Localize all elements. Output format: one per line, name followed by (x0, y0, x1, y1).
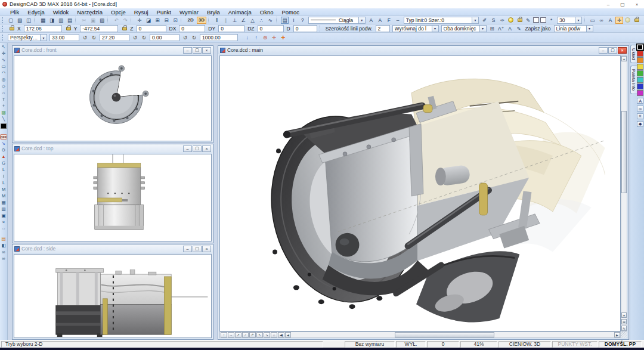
info-button[interactable]: i (290, 17, 298, 24)
shapes-icon[interactable]: ◧ (0, 242, 7, 249)
coord-field-dz[interactable]: 0 (258, 25, 284, 32)
view-rotate-1-cw[interactable]: ↻ (140, 34, 148, 41)
scroll-left-icon[interactable]: ◀ (285, 332, 291, 337)
palette-button[interactable]: ✳ (637, 113, 643, 119)
undo-icon[interactable]: ↶ (112, 17, 120, 24)
view-field-0[interactable]: 33.00 (49, 34, 79, 41)
x-lock-icon[interactable] (10, 27, 14, 30)
point-l-icon[interactable]: L (0, 166, 7, 173)
view-rotate-0-cw[interactable]: ↻ (90, 34, 98, 41)
arrow-down-button[interactable]: ↓ (243, 34, 251, 41)
move-icon[interactable]: ✛ (0, 50, 7, 57)
brush-button[interactable]: ✑ (499, 17, 506, 24)
style-s-button[interactable]: S (490, 17, 497, 24)
dropdown-arrow-icon[interactable] (472, 17, 478, 23)
glasses-button[interactable]: ∞ (597, 17, 605, 24)
cascade-windows-icon[interactable]: ⊟ (162, 17, 170, 24)
new-icon[interactable]: ▢ (7, 17, 14, 24)
dropdown-arrow-icon[interactable] (40, 35, 47, 41)
scroll-down-icon[interactable] (621, 312, 627, 318)
dropdown-arrow-icon[interactable] (586, 26, 593, 32)
font-f-button[interactable]: F (385, 17, 393, 24)
y-lock-icon[interactable] (66, 27, 71, 30)
viewport-close-button[interactable]: × (202, 246, 211, 252)
coord-field-dx[interactable]: 0 (179, 25, 205, 32)
viewport-maximize-button[interactable]: ▢ (193, 145, 202, 152)
paste-doc-icon[interactable]: ◪ (144, 17, 152, 24)
menu-edycja[interactable]: Edycja (23, 9, 49, 16)
redo-icon[interactable]: ↷ (121, 17, 129, 24)
palette-color-6[interactable] (637, 83, 643, 89)
text-a2-button[interactable]: A (506, 25, 514, 32)
menu-animacja[interactable]: Animacja (224, 9, 256, 16)
print-preview-icon[interactable]: ◨ (48, 17, 55, 24)
resize-grip[interactable] (621, 332, 627, 338)
parallel-snap-icon[interactable]: ‖ (213, 17, 221, 24)
snap-off-button[interactable]: OFF (0, 134, 7, 140)
folder-icon[interactable]: ▤ (0, 236, 7, 242)
point-l2-icon[interactable]: L (0, 179, 7, 186)
copy-icon[interactable]: ▣ (89, 17, 97, 24)
materials-button[interactable]: ◆ (637, 121, 643, 127)
zoom-icon[interactable]: ⊙ (0, 147, 7, 153)
view-rotate-1-ccw[interactable]: ↺ (131, 34, 139, 41)
line-width-field[interactable]: 2 (376, 25, 390, 32)
circle-icon[interactable]: ◎ (0, 76, 7, 83)
menu-rysuj[interactable]: Rysuj (130, 9, 153, 16)
tab-paleta-info[interactable]: Paleta Info (630, 66, 637, 94)
chain-icon[interactable]: ∞ (0, 249, 7, 255)
coord-field-y[interactable]: -472.54 (80, 25, 118, 32)
text-icon[interactable]: T (0, 96, 7, 103)
viewport-maximize-button[interactable]: ▢ (608, 47, 617, 54)
view-field-1[interactable]: 27.20 (100, 34, 129, 41)
view-upright-button[interactable]: ↗ (235, 332, 242, 337)
window-close-button[interactable]: × (630, 1, 644, 8)
menu-opcje[interactable]: Opcje (107, 9, 130, 16)
window-restore-button[interactable]: ▢ (615, 1, 630, 8)
tab-uklad[interactable]: Układ (630, 45, 637, 63)
line-style-dropdown[interactable]: Ciągła (308, 17, 366, 24)
view-prev-button[interactable]: ◀ (278, 332, 284, 337)
pan-hand-button[interactable]: ✛ (615, 17, 623, 24)
viewport-minimize-button[interactable]: – (599, 47, 608, 54)
edit-view-icon[interactable] (621, 326, 627, 331)
view-field-3[interactable]: 1000.00 (200, 34, 238, 41)
triangle-snap-icon[interactable]: △ (249, 17, 256, 24)
viewport-minimize-button[interactable]: – (183, 47, 192, 54)
fill-color-swatch[interactable] (533, 17, 539, 23)
horizontal-scroll-thumb[interactable] (395, 332, 494, 337)
view-right-button[interactable]: → (228, 332, 234, 337)
select-cursor-icon[interactable]: ↖ (0, 44, 7, 50)
link-icon[interactable]: ▣ (0, 212, 7, 219)
move-tool-icon[interactable]: ✛ (135, 17, 143, 24)
menu-narzędzia[interactable]: Narzędzia (73, 9, 107, 16)
toolbar-grip[interactable] (2, 17, 4, 23)
monitor-button[interactable]: ▭ (589, 17, 596, 24)
info-palette-button[interactable]: ▤ (281, 17, 289, 24)
view-up-button[interactable]: ↑ (221, 332, 227, 337)
palette-color-7[interactable] (637, 90, 643, 96)
dropdown-arrow-icon[interactable] (432, 26, 438, 32)
viewport-main-titlebar[interactable]: Core.dcd : main – ▢ × (218, 46, 628, 54)
mode-3d-button[interactable]: 3D (197, 17, 206, 24)
menu-widok[interactable]: Widok (49, 9, 73, 16)
print-icon[interactable]: ▦ (39, 17, 47, 24)
chain2-icon[interactable]: ∞ (0, 255, 7, 262)
palette-color-2[interactable] (637, 57, 643, 63)
viewport-top-canvas[interactable] (14, 154, 212, 241)
menu-okno[interactable]: Okno (256, 9, 278, 16)
scroll-up-icon[interactable] (621, 56, 627, 61)
view-upleft-button[interactable]: ↖ (256, 332, 263, 337)
lock2-icon[interactable] (634, 18, 639, 22)
light2-icon[interactable] (625, 17, 630, 23)
line-dash-button[interactable]: – (394, 17, 402, 24)
light-toggle-icon[interactable] (508, 17, 513, 23)
star-icon[interactable]: * (547, 17, 555, 24)
grid-icon[interactable]: ▦ (0, 199, 7, 206)
line-type-dropdown[interactable]: Typ linii:0 Szer.:0 (404, 17, 479, 24)
top-view-drawing[interactable] (14, 154, 211, 241)
pen-small-button[interactable]: ✎ (515, 25, 523, 32)
toolbar-grip[interactable] (2, 26, 4, 32)
gravity-snap-icon[interactable]: ∴ (258, 17, 265, 24)
center-button[interactable]: ✚ (279, 34, 287, 41)
